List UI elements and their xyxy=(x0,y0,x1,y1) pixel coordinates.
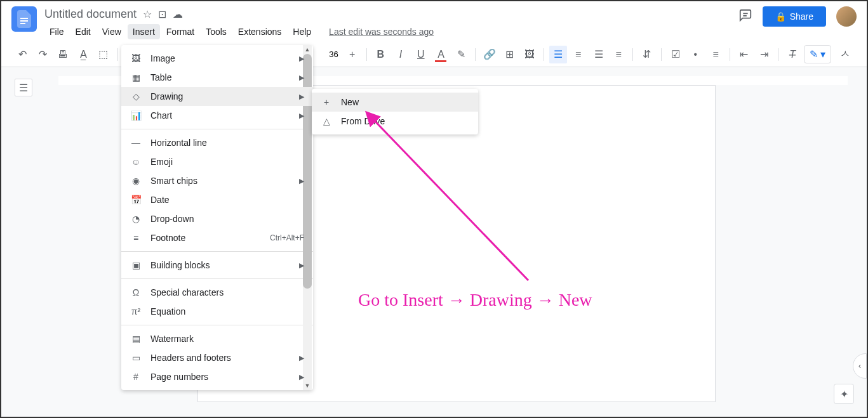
expand-button[interactable]: ㅅ xyxy=(836,46,854,63)
pagenum-icon: # xyxy=(130,372,142,382)
menu-item-label: Footnote xyxy=(150,233,261,243)
spellcheck-button[interactable]: A̲ xyxy=(74,46,92,63)
menu-tools[interactable]: Tools xyxy=(201,24,232,39)
blocks-icon: ▣ xyxy=(130,260,142,270)
menubar: File Edit View Insert Format Tools Exten… xyxy=(44,24,738,39)
lock-icon: 🔒 xyxy=(775,11,786,22)
menu-insert[interactable]: Insert xyxy=(128,24,160,39)
number-list-button[interactable]: ≡ xyxy=(707,46,724,63)
insert-menu-horizontal-line[interactable]: — Horizontal line xyxy=(121,133,313,152)
align-justify-button[interactable]: ≡ xyxy=(610,46,627,63)
line-spacing-button[interactable]: ⇵ xyxy=(638,46,656,63)
plus-icon: + xyxy=(321,97,332,107)
menu-item-label: Chart xyxy=(150,110,290,121)
star-icon[interactable]: ☆ xyxy=(143,8,152,20)
align-center-button[interactable]: ≡ xyxy=(570,46,587,63)
print-button[interactable]: 🖶 xyxy=(54,46,72,63)
link-button[interactable]: 🔗 xyxy=(481,46,498,63)
app-header: Untitled document ☆ ⊡ ☁ File Edit View I… xyxy=(1,1,867,42)
dropdown-icon: ◔ xyxy=(130,214,142,224)
chevron-right-icon: ▶ xyxy=(299,112,304,120)
menu-edit[interactable]: Edit xyxy=(70,24,96,39)
menu-item-label: Watermark xyxy=(150,334,304,344)
drawing-submenu-from-drive[interactable]: △ From Drive xyxy=(312,112,478,131)
menu-item-label: Horizontal line xyxy=(150,138,304,148)
user-avatar[interactable] xyxy=(836,6,857,27)
menu-view[interactable]: View xyxy=(97,24,126,39)
last-edit-link[interactable]: Last edit was seconds ago xyxy=(329,27,434,37)
insert-menu-smart-chips[interactable]: ◉ Smart chips ▶ xyxy=(121,171,313,190)
insert-menu-date[interactable]: 📅 Date xyxy=(121,190,313,209)
insert-menu-image[interactable]: 🖼 Image ▶ xyxy=(121,49,313,68)
chart-icon: 📊 xyxy=(130,110,142,121)
share-button[interactable]: 🔒 Share xyxy=(763,6,826,27)
submenu-item-label: New xyxy=(341,97,469,107)
insert-menu-page-numbers[interactable]: # Page numbers ▶ xyxy=(121,367,313,386)
menu-item-label: Emoji xyxy=(150,157,304,167)
chevron-right-icon: ▶ xyxy=(299,261,304,270)
text-color-button[interactable]: A xyxy=(432,46,450,63)
menu-format[interactable]: Format xyxy=(161,24,199,39)
share-label: Share xyxy=(790,11,813,22)
bullet-list-button[interactable]: ⦁ xyxy=(686,46,704,63)
menu-item-label: Headers and footers xyxy=(150,353,290,363)
menu-help[interactable]: Help xyxy=(288,24,316,39)
insert-menu-drop-down[interactable]: ◔ Drop-down xyxy=(121,209,313,228)
undo-button[interactable]: ↶ xyxy=(14,46,32,63)
insert-menu-equation[interactable]: π² Equation xyxy=(121,302,313,321)
menu-item-label: Page numbers xyxy=(150,372,290,382)
date-icon: 📅 xyxy=(130,195,142,205)
chevron-down-icon: ▾ xyxy=(820,48,825,60)
menu-file[interactable]: File xyxy=(44,24,69,39)
insert-menu-drawing[interactable]: ◇ Drawing ▶ xyxy=(121,87,313,106)
image-button[interactable]: 🖼 xyxy=(521,46,539,63)
comment-button[interactable]: ⊞ xyxy=(501,46,519,63)
explore-button[interactable]: ✦ xyxy=(834,384,854,404)
table-icon: ▦ xyxy=(130,72,142,82)
highlight-button[interactable]: ✎ xyxy=(452,46,470,63)
svg-rect-1 xyxy=(20,20,28,22)
chevron-right-icon: ▶ xyxy=(299,55,304,63)
insert-menu-table[interactable]: ▦ Table ▶ xyxy=(121,68,313,87)
italic-button[interactable]: I xyxy=(392,46,410,63)
move-icon[interactable]: ⊡ xyxy=(158,8,166,20)
document-title[interactable]: Untitled document xyxy=(44,8,137,21)
drawing-icon: ◇ xyxy=(130,91,142,101)
paint-format-button[interactable]: ⬚ xyxy=(95,46,112,63)
outline-button[interactable]: ☰ xyxy=(15,79,32,96)
chevron-right-icon: ▶ xyxy=(299,93,304,101)
font-size-increase[interactable]: + xyxy=(344,46,361,63)
comments-icon[interactable] xyxy=(738,8,752,25)
insert-menu-special-characters[interactable]: Ω Special characters xyxy=(121,283,313,302)
chevron-right-icon: ▶ xyxy=(299,177,304,185)
insert-menu-footnote[interactable]: ≡ Footnote Ctrl+Alt+F xyxy=(121,228,313,247)
chips-icon: ◉ xyxy=(130,176,142,186)
drawing-submenu-new[interactable]: + New xyxy=(312,93,478,112)
equation-icon: π² xyxy=(130,306,142,317)
redo-button[interactable]: ↷ xyxy=(34,46,52,63)
svg-rect-0 xyxy=(20,18,28,19)
align-left-button[interactable]: ☰ xyxy=(549,46,567,63)
insert-menu-watermark[interactable]: ▤ Watermark xyxy=(121,329,313,348)
clear-formatting-button[interactable]: T̶ xyxy=(784,46,801,63)
menu-item-label: Image xyxy=(150,53,290,63)
insert-menu-building-blocks[interactable]: ▣ Building blocks ▶ xyxy=(121,256,313,275)
headers-icon: ▭ xyxy=(130,353,142,363)
chevron-right-icon: ▶ xyxy=(299,354,304,362)
bold-button[interactable]: B xyxy=(371,46,389,63)
docs-logo-icon[interactable] xyxy=(11,6,37,32)
cloud-icon[interactable]: ☁ xyxy=(173,8,183,20)
align-right-button[interactable]: ☰ xyxy=(590,46,608,63)
submenu-item-label: From Drive xyxy=(341,116,469,126)
editing-mode-button[interactable]: ✎ ▾ xyxy=(804,45,831,63)
menu-extensions[interactable]: Extensions xyxy=(233,24,286,39)
indent-decrease-button[interactable]: ⇤ xyxy=(735,46,753,63)
insert-menu-headers-and-footers[interactable]: ▭ Headers and footers ▶ xyxy=(121,348,313,367)
emoji-icon: ☺ xyxy=(130,157,142,167)
insert-menu-emoji[interactable]: ☺ Emoji xyxy=(121,152,313,171)
indent-increase-button[interactable]: ⇥ xyxy=(756,46,773,63)
font-size-value[interactable]: 36 xyxy=(326,49,340,59)
insert-menu-chart[interactable]: 📊 Chart ▶ xyxy=(121,106,313,125)
underline-button[interactable]: U xyxy=(412,46,430,63)
checklist-button[interactable]: ☑ xyxy=(667,46,684,63)
